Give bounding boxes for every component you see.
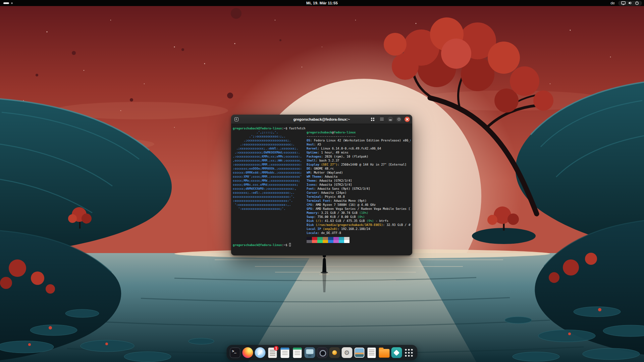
command-text: fastfetch [289,127,306,130]
palette-color [312,237,317,240]
shell-prompt: gregorschaback@fedora-linux [233,127,282,130]
power-icon [635,1,639,5]
minimize-icon [389,120,392,120]
palette-color [333,237,339,240]
topbar-right-cluster: de [610,0,642,6]
terminal-color-palette [307,237,411,243]
fastfetch-line: Memory: 3.21 GiB / 30.74 GiB (10%) [307,211,411,215]
dock-item-web[interactable] [254,345,266,360]
notification-badge: 1 [274,346,279,351]
tab-overview-button[interactable] [370,116,376,122]
palette-color [317,240,323,243]
close-button[interactable] [405,117,410,122]
palette-color [339,237,344,240]
image-viewer-icon [354,348,364,358]
palette-color [328,240,333,243]
fastfetch-line: Uptime: 1 hour, 49 mins [307,150,411,155]
dock: 1 [227,345,418,360]
calc-icon [293,348,302,358]
fastfetch-line: OS: Fedora Linux 42 (Workstation Edition… [307,138,411,142]
palette-color [312,240,317,243]
fastfetch-info: gregorschaback@fedora-linux-------------… [307,130,411,243]
terminal-cursor [289,243,291,246]
dock-item-writer[interactable] [279,345,291,360]
palette-color [323,237,328,240]
terminal-window: gregorschaback@fedora-linux:~ [231,115,412,255]
dock-item-boxes[interactable] [304,345,316,360]
fastfetch-line: Cursor: Adwaita (24px) [307,191,411,195]
plus-icon [234,117,238,121]
fastfetch-line: Locale: de_DE.UTF-8 [307,231,411,235]
dock-item-settings[interactable] [341,345,353,360]
fastfetch-line: Disk (/run/media/gregorschaback/3A7B-E0E… [307,223,411,227]
fastfetch-line: Theme: Adwaita [GTK2/3/4] [307,179,411,183]
fastfetch-lines: gregorschaback@fedora-linux-------------… [307,130,411,235]
system-status-menu[interactable] [618,1,642,6]
dock-item-documents[interactable] [366,345,378,360]
fastfetch-line: Icons: Adwaita [GTK2/3/4] [307,183,411,187]
fastfetch-line: DE: GNOME 48.rc [307,167,411,171]
terminal-content[interactable]: gregorschaback@fedora-linux:~$fastfetch … [231,124,412,255]
writer-icon [280,348,289,358]
prompt-line: gregorschaback@fedora-linux:~$ [233,243,411,247]
window-title: gregorschaback@fedora-linux:~ [293,117,350,121]
maximize-button[interactable] [396,117,401,122]
firefox-icon [242,347,253,358]
active-workspace-pill [3,2,9,4]
fastfetch-line: Swap: 756.00 KiB / 8.00 GiB (0%) [307,215,411,219]
dock-item-terminal[interactable] [229,345,241,360]
files-icon [379,349,389,358]
palette-color [328,237,333,240]
keyboard-layout-indicator[interactable]: de [610,1,615,5]
dock-item-software[interactable] [390,345,403,360]
fastfetch-line: GPU: AMD Radeon Vega Series / Radeon Veg… [307,207,411,211]
minimize-button[interactable] [388,117,393,122]
close-icon [406,118,409,121]
window-titlebar[interactable]: gregorschaback@fedora-linux:~ [231,115,412,124]
fastfetch-line: Display (SEC 27"): 2560x1440 @ 144 Hz in… [307,163,411,167]
palette-color [344,240,350,243]
fedora-ascii-logo: .',;::::;,'. .';:cccccccccccc:;,. .;cccc… [233,130,307,243]
software-icon [391,347,402,358]
fastfetch-line: WM: Mutter (Wayland) [307,171,411,175]
dock-item-app-grid[interactable] [403,345,415,360]
palette-color [339,240,344,243]
desktop: Mi, 19. Mär 11:55 de [0,0,644,362]
web-icon [255,347,265,358]
workspace-indicator[interactable] [3,0,13,6]
palette-color [307,237,312,240]
volume-icon [628,1,632,5]
fastfetch-line: Disk (/): 41.63 GiB / 475.35 GiB (9%) - … [307,219,411,223]
dock-item-files[interactable] [378,345,390,360]
hamburger-icon [380,119,384,120]
boxes-icon [304,347,315,358]
grid-icon [371,118,372,119]
fastfetch-line: Terminal: Ptyxis 48.0 [307,195,411,199]
fastfetch-line: Shell: bash 5.2.37 [307,159,411,163]
backups-icon [329,347,340,358]
fastfetch-line: WM Theme: Adwaita [307,175,411,179]
palette-color [333,240,339,243]
dock-item-text-editor[interactable]: 1 [266,345,279,360]
workspace-dot [11,2,13,4]
fastfetch-line: Font: Adwaita Sans (9pt) [GTK2/3/4] [307,187,411,191]
menu-button[interactable] [379,116,385,122]
new-tab-button[interactable] [233,116,239,122]
fastfetch-line: Packages: 2026 (rpm), 10 (flatpak) [307,155,411,159]
shell-prompt: gregorschaback@fedora-linux [233,243,282,247]
palette-color [307,240,312,243]
fastfetch-line: Local IP (enp2s0): 192.168.2.188/24 [307,227,411,231]
settings-icon [341,347,352,358]
fastfetch-line: --------------------------- [307,134,411,138]
screen-cast-icon [621,1,626,5]
dock-item-camera[interactable] [316,345,328,360]
fastfetch-line: Host: A5 [307,142,411,146]
fastfetch-line: Kernel: Linux 6.14.0-0.rc6.49.fc42.x86_6… [307,146,411,150]
dock-item-backups[interactable] [328,345,341,360]
dock-item-calc[interactable] [291,345,304,360]
palette-color [317,237,323,240]
dock-item-firefox[interactable] [241,345,254,360]
dock-item-image-viewer[interactable] [353,345,366,360]
fastfetch-line: gregorschaback@fedora-linux [307,130,411,134]
clock[interactable]: Mi, 19. Mär 11:55 [306,1,338,5]
